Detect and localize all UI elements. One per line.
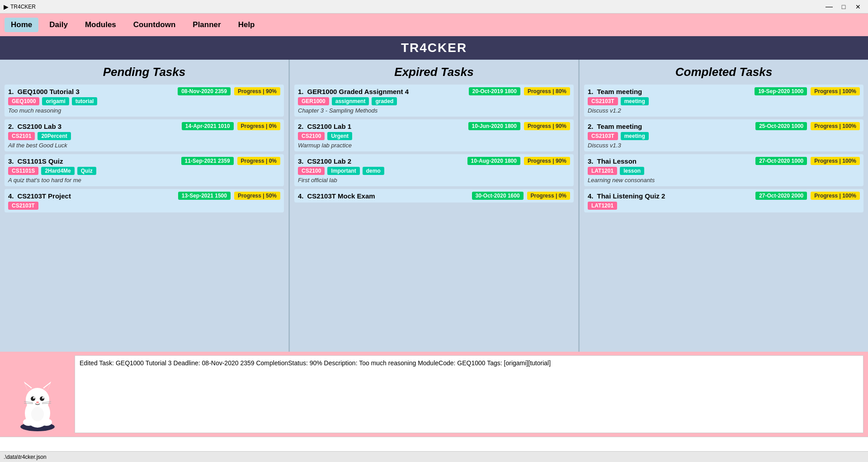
- task-name: CS2100 Lab 1: [307, 123, 465, 130]
- command-input[interactable]: [0, 437, 868, 451]
- bottom-content: Edited Task: GEQ1000 Tutorial 3 Deadline…: [0, 352, 868, 437]
- progress-badge: Progress | 90%: [524, 122, 570, 130]
- pending-column: Pending Tasks 1. GEQ1000 Tutorial 3 08-N…: [0, 60, 289, 352]
- task-name: CS2103T Mock Exam: [307, 192, 468, 200]
- window-controls: — □ ✕: [823, 2, 864, 11]
- task-num: 3.: [8, 157, 14, 165]
- deadline-badge: 25-Oct-2020 1000: [755, 122, 807, 130]
- expired-task-2: 2. CS2100 Lab 1 10-Jun-2020 1800 Progres…: [294, 119, 574, 151]
- log-area: Edited Task: GEQ1000 Tutorial 3 Deadline…: [75, 355, 863, 433]
- minimize-button[interactable]: —: [823, 2, 835, 11]
- deadline-badge: 13-Sep-2021 1500: [178, 192, 231, 200]
- task-num: 3.: [298, 157, 304, 165]
- menu-help[interactable]: Help: [232, 18, 261, 32]
- progress-badge: Progress | 100%: [811, 122, 860, 130]
- tag: CS1101S: [8, 167, 38, 175]
- task-desc: Too much reasoning: [8, 107, 280, 114]
- svg-point-16: [23, 419, 34, 426]
- tag: tutorial: [72, 97, 98, 105]
- status-text: .\data\tr4cker.json: [4, 454, 47, 460]
- completed-task-1: 1. Team meeting 19-Sep-2020 1000 Progres…: [584, 85, 863, 117]
- deadline-badge: 08-Nov-2020 2359: [178, 87, 231, 95]
- menu-home[interactable]: Home: [5, 18, 38, 32]
- task-name: CS2100 Lab 2: [307, 157, 464, 165]
- pending-task-2: 2. CS2100 Lab 3 14-Apr-2021 1010 Progres…: [5, 119, 284, 151]
- pending-task-1: 1. GEQ1000 Tutorial 3 08-Nov-2020 2359 P…: [5, 85, 284, 117]
- svg-point-8: [40, 396, 44, 401]
- svg-point-7: [31, 396, 35, 401]
- menu-modules[interactable]: Modules: [79, 18, 123, 32]
- progress-badge: Progress | 0%: [527, 192, 570, 200]
- task-num: 4.: [588, 192, 594, 200]
- tag: CS2101: [8, 132, 35, 140]
- expired-task-list[interactable]: 1. GER1000 Graded Assignment 4 20-Oct-20…: [290, 83, 578, 352]
- task-num: 4.: [8, 192, 14, 200]
- tag: demo: [363, 167, 384, 175]
- progress-badge: Progress | 0%: [237, 122, 280, 130]
- menu-planner[interactable]: Planner: [186, 18, 227, 32]
- deadline-badge: 19-Sep-2020 1000: [755, 87, 807, 95]
- menu-bar: Home Daily Modules Countdown Planner Hel…: [0, 14, 868, 36]
- tag: GEQ1000: [8, 97, 39, 105]
- tag: CS2103T: [588, 132, 618, 140]
- task-num: 3.: [588, 157, 594, 165]
- completed-task-4: 4. Thai Listening Quiz 2 27-Oct-2020 200…: [584, 189, 863, 212]
- tag: CS2100: [298, 132, 325, 140]
- task-desc: A quiz that's too hard for me: [8, 177, 280, 184]
- deadline-badge: 10-Aug-2020 1800: [467, 157, 520, 165]
- tag: 20Percent: [38, 132, 71, 140]
- svg-point-11: [36, 401, 39, 403]
- progress-badge: Progress | 90%: [234, 87, 280, 95]
- mascot-cat: [10, 373, 65, 432]
- svg-point-17: [41, 419, 52, 426]
- task-desc: All the best Good Luck: [8, 142, 280, 149]
- task-name: CS2100 Lab 3: [18, 123, 178, 130]
- task-num: 1.: [588, 88, 594, 95]
- tag: CS2103T: [8, 202, 38, 210]
- deadline-badge: 11-Sep-2021 2359: [181, 157, 234, 165]
- title-bar-text: TR4CKER: [10, 4, 36, 10]
- menu-daily[interactable]: Daily: [43, 18, 74, 32]
- app-title: TR4CKER: [401, 41, 467, 55]
- task-desc: Discuss v1.2: [588, 107, 860, 114]
- task-name: GEQ1000 Tutorial 3: [18, 88, 175, 95]
- tag: Urgent: [327, 132, 352, 140]
- tag: meeting: [621, 97, 649, 105]
- progress-badge: Progress | 80%: [524, 87, 570, 95]
- progress-badge: Progress | 100%: [811, 157, 860, 165]
- expired-task-4: 4. CS2103T Mock Exam 30-Oct-2020 1600 Pr…: [294, 189, 574, 203]
- tag: Important: [327, 167, 359, 175]
- svg-point-10: [42, 397, 44, 399]
- tag: GER1000: [298, 97, 329, 105]
- task-name: GER1000 Graded Assignment 4: [307, 88, 465, 95]
- tag: meeting: [621, 132, 649, 140]
- task-desc: First official lab: [298, 177, 570, 184]
- deadline-badge: 14-Apr-2021 1010: [182, 122, 234, 130]
- log-text: Edited Task: GEQ1000 Tutorial 3 Deadline…: [80, 359, 551, 367]
- tag: CS2103T: [588, 97, 618, 105]
- progress-badge: Progress | 50%: [234, 192, 280, 200]
- task-name: CS1101S Quiz: [18, 157, 178, 165]
- menu-countdown[interactable]: Countdown: [127, 18, 182, 32]
- pending-task-list[interactable]: 1. GEQ1000 Tutorial 3 08-Nov-2020 2359 P…: [0, 83, 288, 352]
- progress-badge: Progress | 0%: [237, 157, 280, 165]
- deadline-badge: 30-Oct-2020 1600: [472, 192, 524, 200]
- tag: graded: [372, 97, 397, 105]
- main-content: Pending Tasks 1. GEQ1000 Tutorial 3 08-N…: [0, 60, 868, 352]
- completed-header: Completed Tasks: [580, 60, 868, 83]
- deadline-badge: 27-Oct-2020 2000: [755, 192, 807, 200]
- title-bar: ▶ TR4CKER — □ ✕: [0, 0, 868, 14]
- expired-task-1: 1. GER1000 Graded Assignment 4 20-Oct-20…: [294, 85, 574, 117]
- deadline-badge: 20-Oct-2019 1800: [469, 87, 520, 95]
- close-button[interactable]: ✕: [852, 2, 864, 11]
- bottom-panel: Edited Task: GEQ1000 Tutorial 3 Deadline…: [0, 352, 868, 451]
- tag: Quiz: [77, 167, 96, 175]
- completed-task-3: 3. Thai Lesson 27-Oct-2020 1000 Progress…: [584, 154, 863, 186]
- input-bar[interactable]: [0, 437, 868, 451]
- task-desc: Warmup lab practice: [298, 142, 570, 149]
- maximize-button[interactable]: □: [837, 2, 850, 11]
- task-desc: Chapter 3 - Sampling Methods: [298, 107, 570, 114]
- completed-task-list[interactable]: 1. Team meeting 19-Sep-2020 1000 Progres…: [580, 83, 868, 352]
- task-num: 2.: [8, 123, 14, 130]
- tag: CS2100: [298, 167, 325, 175]
